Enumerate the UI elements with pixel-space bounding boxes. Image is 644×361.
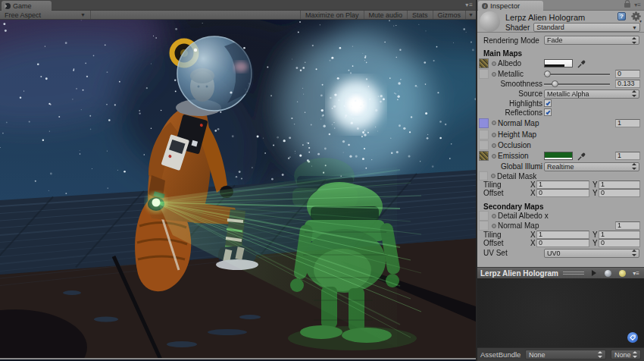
source-row: Source Metallic Alpha — [477, 89, 644, 99]
aspect-arrow-icon: ▼ — [80, 12, 86, 17]
emission-picker-icon[interactable] — [492, 154, 496, 159]
tab-inspector[interactable]: i Inspector — [478, 1, 543, 11]
normal-map-picker-icon[interactable] — [492, 121, 496, 125]
detail-mask-thumb[interactable] — [479, 171, 488, 180]
inspector-icon: i — [482, 3, 488, 9]
occlusion-label: Occlusion — [498, 141, 531, 149]
assetbundle-value: None — [529, 351, 546, 359]
offset-y-field[interactable]: 0 — [599, 189, 640, 197]
preview-header[interactable]: Lerpz Alien Hologram ▾≡ — [477, 267, 644, 278]
rendering-mode-value: Fade — [547, 36, 563, 44]
normal-map-value-field[interactable]: 1 — [615, 119, 640, 127]
preview-drag-handle[interactable] — [563, 272, 584, 275]
albedo-color-swatch[interactable] — [544, 59, 573, 67]
lock-icon[interactable] — [624, 3, 630, 8]
detail-mask-row: Detail Mask — [477, 171, 644, 180]
assetbundle-tag-icon[interactable] — [627, 332, 638, 343]
main-offset-row: Offset X 0 Y 0 — [477, 189, 644, 197]
height-map-picker-icon[interactable] — [492, 133, 496, 137]
preview-light-icon[interactable] — [619, 270, 626, 277]
reflections-checkbox[interactable] — [544, 108, 552, 116]
global-illumination-row: Global Illumi Realtime — [477, 162, 644, 171]
smoothness-value-field[interactable]: 0.133 — [615, 80, 640, 88]
material-preview-section: Lerpz Alien Hologram ▾≡ AssetBundle None — [477, 267, 644, 361]
occlusion-picker-icon[interactable] — [492, 143, 496, 148]
metallic-slider[interactable] — [544, 70, 610, 79]
secondary-tiling-x-field[interactable]: 1 — [536, 231, 589, 239]
offset-label: Offset — [483, 189, 504, 197]
height-map-thumb[interactable] — [479, 130, 489, 140]
emission-value-field[interactable]: 1 — [615, 152, 640, 160]
eyedropper-icon[interactable] — [577, 152, 586, 161]
mute-audio-button[interactable]: Mute audio — [364, 11, 408, 19]
stats-button[interactable]: Stats — [407, 11, 433, 19]
maximize-on-play-button[interactable]: Maximize on Play — [300, 11, 364, 19]
global-illumination-value: Realtime — [547, 163, 574, 171]
albedo-picker-icon[interactable] — [492, 61, 496, 66]
emission-texture-thumb[interactable] — [479, 151, 489, 161]
detail-albedo-thumb[interactable] — [479, 211, 489, 221]
assetbundle-variant-value: None — [614, 351, 631, 359]
dropdown-arrows-icon — [632, 250, 636, 256]
assetbundle-dropdown[interactable]: None — [525, 350, 606, 359]
normal-map-thumb[interactable] — [479, 118, 489, 128]
uv-set-row: UV Set UV0 — [477, 248, 644, 258]
secondary-tiling-y-field[interactable]: 1 — [599, 231, 640, 239]
gizmos-button[interactable]: Gizmos — [433, 11, 466, 19]
detail-albedo-picker-icon[interactable] — [492, 214, 496, 218]
metallic-picker-icon[interactable] — [492, 72, 496, 77]
uv-set-value: UV0 — [547, 250, 561, 257]
game-window-menu-icon[interactable]: ▾≡ — [465, 2, 474, 8]
tab-game[interactable]: Game — [2, 1, 52, 11]
main-tiling-row: Tiling X 1 Y 1 — [477, 180, 644, 189]
tiling-x-field[interactable]: 1 — [536, 180, 589, 189]
uv-set-dropdown[interactable]: UV0 — [544, 249, 639, 258]
smoothness-slider[interactable] — [544, 80, 610, 89]
emission-color-swatch[interactable] — [544, 152, 573, 160]
inspector-tab-label: Inspector — [490, 2, 520, 10]
checkmark-icon — [546, 109, 550, 115]
global-illumination-label: Global Illumi — [483, 162, 542, 171]
metallic-value-field[interactable]: 0 — [615, 70, 640, 78]
inspector-panel: i Inspector ▾≡ Lerpz Alien Hologram ? ▼ … — [477, 0, 644, 361]
preview-sphere-icon[interactable] — [605, 270, 611, 277]
preview-viewport[interactable] — [477, 278, 644, 347]
shader-dropdown[interactable]: Standard ▼ — [533, 23, 640, 32]
inspector-tabstrip: i Inspector ▾≡ — [477, 0, 644, 11]
preview-title: Lerpz Alien Hologram — [480, 269, 558, 278]
offset-x-field[interactable]: 0 — [536, 189, 589, 197]
gizmos-dropdown-arrow[interactable]: ▼ — [465, 11, 476, 19]
occlusion-row: Occlusion — [477, 140, 644, 150]
secondary-offset-x-field[interactable]: 0 — [536, 239, 589, 247]
tiling-y-field[interactable]: 1 — [599, 180, 640, 189]
dropdown-arrow-icon: ▼ — [632, 25, 637, 30]
axis-y-label: Y — [592, 180, 598, 189]
source-value: Metallic Alpha — [547, 90, 589, 98]
source-dropdown[interactable]: Metallic Alpha — [544, 89, 639, 99]
rendering-mode-dropdown[interactable]: Fade — [544, 36, 639, 45]
secondary-normal-map-thumb[interactable] — [479, 221, 489, 231]
help-icon[interactable]: ? — [617, 12, 626, 20]
uv-set-label: UV Set — [483, 249, 508, 257]
normal-map-row: Normal Map 1 — [477, 117, 644, 129]
secondary-normal-picker-icon[interactable] — [492, 224, 496, 228]
highlights-label: Highlights — [483, 99, 542, 108]
highlights-checkbox[interactable] — [544, 99, 552, 107]
game-viewport[interactable] — [0, 20, 476, 359]
inspector-menu-icon[interactable]: ▾≡ — [634, 2, 641, 8]
preview-play-icon[interactable] — [592, 270, 596, 276]
secondary-normal-value-field[interactable]: 1 — [615, 221, 640, 230]
dropdown-arrows-icon — [632, 37, 636, 44]
assetbundle-variant-dropdown[interactable]: None — [611, 350, 641, 359]
occlusion-thumb[interactable] — [479, 140, 489, 150]
preview-menu-icon[interactable]: ▾≡ — [633, 270, 639, 277]
aspect-dropdown[interactable]: Free Aspect ▼ — [0, 11, 91, 19]
material-header: Lerpz Alien Hologram ? ▼ Shader Standard… — [477, 11, 644, 33]
albedo-texture-thumb[interactable] — [479, 58, 489, 68]
detail-mask-picker-icon[interactable] — [491, 174, 496, 178]
secondary-offset-y-field[interactable]: 0 — [599, 239, 640, 247]
axis-y-label: Y — [592, 231, 598, 239]
global-illumination-dropdown[interactable]: Realtime — [544, 162, 639, 171]
eyedropper-icon[interactable] — [577, 59, 586, 68]
metallic-thumb[interactable] — [479, 69, 489, 79]
